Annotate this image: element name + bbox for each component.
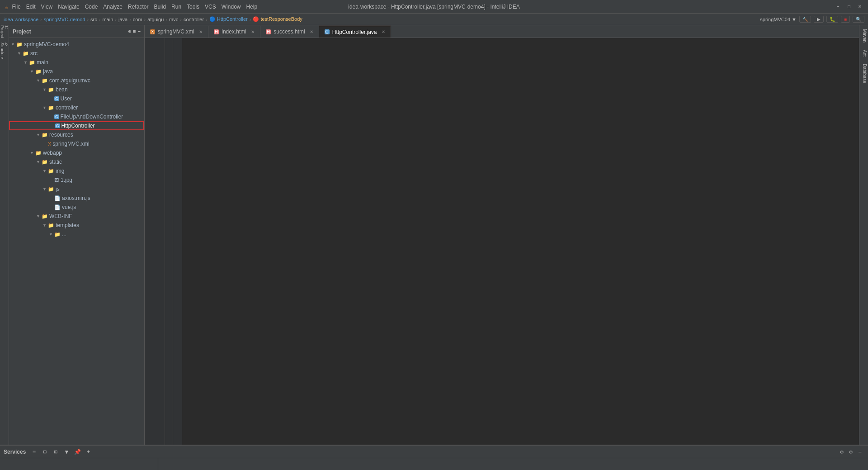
services-panel-title: Services	[4, 449, 26, 455]
tree-item-label: java	[43, 68, 53, 75]
menu-item-vcs[interactable]: VCS	[205, 4, 216, 10]
filter-icon[interactable]: ▼	[62, 447, 71, 456]
ant-tab[interactable]: Ant	[859, 46, 868, 60]
tree-item-controller[interactable]: ▼📁controller	[9, 103, 144, 112]
tree-item-src[interactable]: ▼📁src	[9, 49, 144, 58]
editor-tab-index-html[interactable]: Hindex.html✕	[208, 26, 260, 38]
tree-item-1-jpg[interactable]: 🖼1.jpg	[9, 176, 144, 185]
file-type-icon: 📁	[48, 168, 54, 174]
options-icon[interactable]: ⚙	[846, 447, 855, 456]
file-type-icon: C	[54, 96, 59, 101]
menu-item-run[interactable]: Run	[171, 4, 181, 10]
menu-item-refactor[interactable]: Refactor	[128, 4, 148, 10]
minimize-icon[interactable]: −	[137, 28, 141, 34]
tree-item----[interactable]: ▼📁...	[9, 230, 144, 239]
tree-item-springmvc-demo4[interactable]: ▼📁springMVC-demo4	[9, 40, 144, 49]
restore-button[interactable]: □	[845, 3, 853, 10]
tree-toggle-icon[interactable]: ▼	[36, 133, 42, 137]
tree-item-com-atguigu-mvc[interactable]: ▼📁com.atguigu.mvc	[9, 76, 144, 85]
menu-item-tools[interactable]: Tools	[187, 4, 199, 10]
window-controls[interactable]: − □ ✕	[835, 3, 863, 10]
tree-toggle-icon[interactable]: ▼	[11, 42, 16, 47]
menu-item-window[interactable]: Window	[222, 4, 241, 10]
editor-tab-httpcontroller-java[interactable]: CHttpController.java✕	[319, 26, 391, 38]
file-type-icon: 📁	[48, 223, 54, 228]
tree-item-vue-js[interactable]: 📄vue.js	[9, 203, 144, 212]
tab-label: springMVC.xml	[158, 28, 194, 35]
minimize-button[interactable]: −	[835, 3, 842, 10]
tree-item-web-inf[interactable]: ▼📁WEB-INF	[9, 212, 144, 221]
app-icon: ☕	[5, 3, 8, 10]
close-panel-icon[interactable]: −	[855, 447, 864, 456]
tree-item-static[interactable]: ▼📁static	[9, 157, 144, 166]
tree-item-main[interactable]: ▼📁main	[9, 58, 144, 67]
add-service-icon[interactable]: +	[84, 447, 93, 456]
profile-selector[interactable]: springMVC04 ▼	[760, 17, 797, 22]
menu-item-file[interactable]: File	[12, 4, 20, 10]
menu-item-help[interactable]: Help	[246, 4, 257, 10]
pin-icon[interactable]: 📌	[73, 447, 82, 456]
tree-item-img[interactable]: ▼📁img	[9, 166, 144, 176]
tree-item-label: WEB-INF	[49, 213, 72, 219]
tree-toggle-icon[interactable]: ▼	[49, 232, 54, 237]
settings-icon[interactable]: ⚙	[837, 447, 846, 456]
expand-icon[interactable]: ⊟	[40, 447, 49, 456]
tree-item-js[interactable]: ▼📁js	[9, 185, 144, 194]
project-panel: Project ⚙ ≡ − ▼📁springMVC-demo4 ▼📁src ▼📁…	[9, 25, 145, 445]
collapse-all-icon[interactable]: ≡	[29, 447, 38, 456]
tree-item-java[interactable]: ▼📁java	[9, 67, 144, 76]
tree-toggle-icon[interactable]: ▼	[36, 160, 42, 164]
maven-tab[interactable]: Maven	[859, 25, 868, 46]
tree-toggle-icon[interactable]: ▼	[24, 60, 29, 65]
tree-item-webapp[interactable]: ▼📁webapp	[9, 148, 144, 157]
close-button[interactable]: ✕	[856, 3, 863, 10]
tree-toggle-icon[interactable]: ▼	[42, 187, 48, 191]
tree-toggle-icon[interactable]: ▼	[30, 151, 35, 155]
editor-tab-success-html[interactable]: Hsuccess.html✕	[260, 26, 319, 38]
menu-item-build[interactable]: Build	[154, 4, 166, 10]
stop-button[interactable]: ■	[841, 16, 850, 23]
tree-item-fileupanddowncontroller[interactable]: CFileUpAndDownController	[9, 112, 144, 121]
structure-sidebar-icon[interactable]: Z-Structure	[0, 46, 9, 55]
tree-toggle-icon[interactable]: ▼	[36, 214, 42, 218]
run-button[interactable]: ▶	[814, 16, 824, 23]
tree-item-httpcontroller[interactable]: CHttpController	[9, 121, 144, 130]
java-file-icon: C	[325, 29, 330, 34]
code-content[interactable]	[182, 38, 859, 445]
gear-icon[interactable]: ⚙	[128, 28, 131, 34]
search-button[interactable]: 🔍	[853, 16, 864, 23]
debug-button[interactable]: 🐛	[826, 16, 838, 23]
tree-toggle-icon[interactable]: ▼	[42, 223, 48, 228]
tree-toggle-icon[interactable]: ▼	[17, 51, 23, 56]
menu-item-navigate[interactable]: Navigate	[58, 4, 79, 10]
tree-item-resources[interactable]: ▼📁resources	[9, 130, 144, 139]
tree-item-axios-min-js[interactable]: 📄axios.min.js	[9, 194, 144, 203]
tab-close-icon[interactable]: ✕	[382, 29, 385, 34]
database-tab[interactable]: Database	[859, 60, 868, 87]
menu-item-analyze[interactable]: Analyze	[103, 4, 123, 10]
tree-item-label: static	[49, 159, 62, 165]
sort-icon[interactable]: ≡	[133, 28, 136, 34]
tree-toggle-icon[interactable]: ▼	[30, 69, 35, 74]
editor-tabs: XspringMVC.xml✕Hindex.html✕Hsuccess.html…	[145, 25, 859, 38]
tree-toggle-icon[interactable]: ▼	[42, 87, 48, 92]
menu-item-edit[interactable]: Edit	[26, 4, 36, 10]
tab-close-icon[interactable]: ✕	[199, 29, 203, 34]
group-icon[interactable]: ⊞	[51, 447, 60, 456]
tab-close-icon[interactable]: ✕	[251, 29, 255, 34]
tree-toggle-icon[interactable]: ▼	[42, 105, 48, 110]
editor-tab-springmvc-xml[interactable]: XspringMVC.xml✕	[145, 26, 208, 38]
tree-toggle-icon[interactable]: ▼	[42, 169, 48, 173]
tab-close-icon[interactable]: ✕	[310, 29, 313, 34]
menu-item-view[interactable]: View	[41, 4, 52, 10]
build-button[interactable]: 🔨	[799, 16, 811, 23]
menu-item-code[interactable]: Code	[85, 4, 98, 10]
tree-item-springmvc-xml[interactable]: XspringMVC.xml	[9, 139, 144, 148]
tree-item-templates[interactable]: ▼📁templates	[9, 221, 144, 230]
tree-item-bean[interactable]: ▼📁bean	[9, 85, 144, 94]
project-sidebar-icon[interactable]: 1: Project	[0, 27, 9, 36]
tree-item-user[interactable]: CUser	[9, 94, 144, 103]
gutter-icons	[165, 38, 173, 445]
breadcrumb-item: 🔴 testResponseBody	[253, 16, 302, 22]
tree-toggle-icon[interactable]: ▼	[36, 78, 42, 83]
